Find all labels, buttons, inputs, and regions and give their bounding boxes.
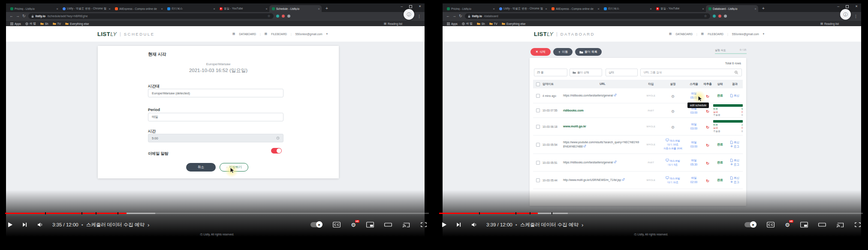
schedule-cell[interactable]: 매일 03:00	[686, 140, 702, 149]
gear-icon[interactable]: ⚙	[671, 109, 675, 114]
bookmark-new-tab[interactable]: 새 탭	[462, 22, 473, 26]
url-text[interactable]: https://www.youtube.com/results?search_q…	[563, 141, 639, 148]
row-checkbox[interactable]	[533, 108, 542, 112]
row-checkbox[interactable]	[533, 161, 542, 165]
table-row[interactable]: 10-03 07:55 ridibooks.com PART ⚙ 매일 03:0…	[533, 103, 743, 118]
url-bar[interactable]: listly.io/schedule/add?key=hBRtEghe ☆	[28, 13, 274, 19]
latest-link[interactable]: 최신	[727, 158, 743, 163]
tab-close-icon[interactable]: ✕	[597, 7, 600, 10]
account-menu[interactable]: 550onlee@gmail.com	[732, 33, 759, 36]
reload-button[interactable]: ↻	[22, 14, 26, 18]
tab-close-icon[interactable]: ✕	[318, 7, 320, 10]
bookmark-star-icon[interactable]: ☆	[267, 14, 270, 18]
maximize-button[interactable]	[409, 5, 412, 8]
tab-close-icon[interactable]: ✕	[213, 7, 215, 10]
external-link-icon[interactable]	[583, 145, 586, 148]
listly-logo-suffix[interactable]: LY	[110, 31, 117, 37]
log-link[interactable]: ⚙ 로그	[727, 145, 743, 149]
tab-youtube[interactable]: 뽕길 - YouTube ✕	[654, 5, 706, 12]
tab-close-icon[interactable]: ✕	[56, 7, 58, 10]
row-checkbox[interactable]	[533, 143, 542, 147]
autoplay-toggle[interactable]: ▶	[310, 222, 322, 227]
bookmark-folder-everything[interactable]: Everything else	[65, 22, 89, 25]
close-button[interactable]: ✕	[855, 5, 858, 8]
rows-per-page-select[interactable]: 25 줄	[534, 69, 567, 76]
extension-icon[interactable]	[713, 15, 716, 18]
external-link-icon[interactable]	[614, 93, 617, 96]
close-button[interactable]: ✕	[419, 5, 421, 8]
schedule-cell[interactable]: 매일 03:00	[686, 122, 702, 131]
row-checkbox[interactable]	[533, 94, 542, 98]
maximize-button[interactable]	[846, 5, 849, 8]
settings-cell[interactable]: ⚙	[660, 92, 686, 99]
tab-ridibooks[interactable]: 리디북스 ✕	[601, 5, 654, 12]
autoplay-toggle[interactable]: ▶	[744, 222, 756, 227]
volume-button[interactable]	[470, 221, 478, 228]
tab-close-icon[interactable]: ✕	[650, 7, 652, 10]
profile-avatar[interactable]: ⓘ	[404, 9, 414, 20]
reading-list-button[interactable]: ▤ Reading list	[384, 22, 402, 25]
extension-icon[interactable]	[282, 15, 285, 18]
move-button[interactable]: 이동	[553, 48, 573, 56]
gear-icon[interactable]: ⚙	[671, 125, 675, 130]
reading-list-button[interactable]: ▤ Reading list	[820, 22, 839, 25]
tab-chrome-store[interactable]: Listly - 엑셀로 변환 - Chrome 웹 ✕	[497, 5, 549, 12]
reextract-cell[interactable]: ↻	[702, 141, 713, 148]
tab-pricing[interactable]: Pricing - Listly.io ✕	[444, 5, 497, 12]
next-button[interactable]	[456, 222, 462, 228]
settings-cell[interactable]: 데스크탑 대기 10초 자동스크롤 20회	[660, 139, 686, 150]
theater-mode-button[interactable]	[384, 222, 392, 228]
extension-icon[interactable]	[287, 15, 290, 18]
delete-button[interactable]: ✕ 삭제	[530, 48, 551, 56]
url-text[interactable]: ridibooks.com	[563, 109, 584, 112]
new-tab-button[interactable]: +	[326, 6, 328, 11]
cancel-button[interactable]: 취소	[186, 163, 216, 172]
run-speed-track[interactable]	[715, 53, 747, 54]
bookmark-folder-sh[interactable]: Sh	[477, 22, 485, 25]
miniplayer-button[interactable]	[366, 222, 374, 228]
table-row[interactable]: 10-03 05:44 http://www.molit.go.kr/USR/N…	[533, 172, 743, 189]
url-bar[interactable]: listly.io/databoard ☆	[465, 13, 710, 19]
tab-ridibooks[interactable]: 리디북스 ✕	[165, 5, 217, 12]
new-tab-button[interactable]: +	[762, 6, 765, 11]
table-row[interactable]: 10-03 05:51 https://ridibooks.com/bestse…	[533, 154, 743, 172]
forward-button[interactable]: →	[452, 14, 456, 18]
refresh-icon[interactable]: ↻	[706, 109, 709, 114]
time-input[interactable]: 5:00	[148, 134, 283, 142]
table-row[interactable]: 10-03 06:18 www.molit.go.kr WHOLE ⚙ 매일 0…	[533, 118, 743, 136]
bookmark-folder-tv[interactable]: TV	[53, 22, 61, 25]
refresh-icon[interactable]: ↻	[706, 161, 709, 166]
table-row[interactable]: 10-03 05:54 https://www.youtube.com/resu…	[533, 136, 743, 154]
settings-cell[interactable]: 데스크탑 대기 5초	[660, 159, 686, 166]
bookmark-new-tab[interactable]: 새 탭	[25, 22, 36, 26]
chrome-menu-icon[interactable]: ⋮	[854, 14, 858, 18]
profile-avatar[interactable]: ⓘ	[840, 9, 851, 20]
minimize-button[interactable]: ─	[837, 5, 839, 8]
settings-cell[interactable]: ⚙	[660, 107, 686, 114]
tab-aliexpress[interactable]: AliExpress - Compra online de ✕	[112, 5, 165, 12]
refresh-icon[interactable]: ↻	[706, 143, 709, 148]
search-icon[interactable]	[734, 70, 738, 75]
reextract-cell[interactable]: ↻	[702, 123, 713, 130]
settings-cell[interactable]: 데스크탑 대기 11초	[660, 176, 686, 184]
settings-button[interactable]: ⚙HD	[785, 222, 790, 228]
settings-button[interactable]: ⚙HD	[351, 222, 356, 228]
gear-icon[interactable]: ⚙	[671, 94, 675, 99]
url-text[interactable]: https://ridibooks.com/bestsellers/genera…	[563, 94, 613, 97]
minimize-button[interactable]: ─	[401, 5, 403, 8]
cast-button[interactable]	[836, 222, 844, 228]
email-alarm-toggle[interactable]	[271, 148, 282, 154]
reload-button[interactable]: ↻	[459, 14, 462, 18]
external-link-icon[interactable]	[614, 160, 617, 163]
log-link[interactable]: ⚙ 로그	[727, 163, 743, 167]
subtitles-button[interactable]	[767, 222, 775, 228]
folder-list-button[interactable]: 폴더 목록	[575, 48, 602, 56]
reextract-cell[interactable]: ↻	[702, 159, 713, 166]
tab-close-icon[interactable]: ✕	[265, 7, 268, 10]
tab-pricing[interactable]: Pricing - Listly.io ✕	[8, 5, 60, 12]
row-checkbox[interactable]	[533, 125, 542, 129]
fullscreen-button[interactable]	[854, 222, 861, 228]
refresh-icon[interactable]: ↻	[706, 125, 709, 130]
cast-button[interactable]	[402, 222, 410, 228]
miniplayer-button[interactable]	[800, 222, 808, 228]
